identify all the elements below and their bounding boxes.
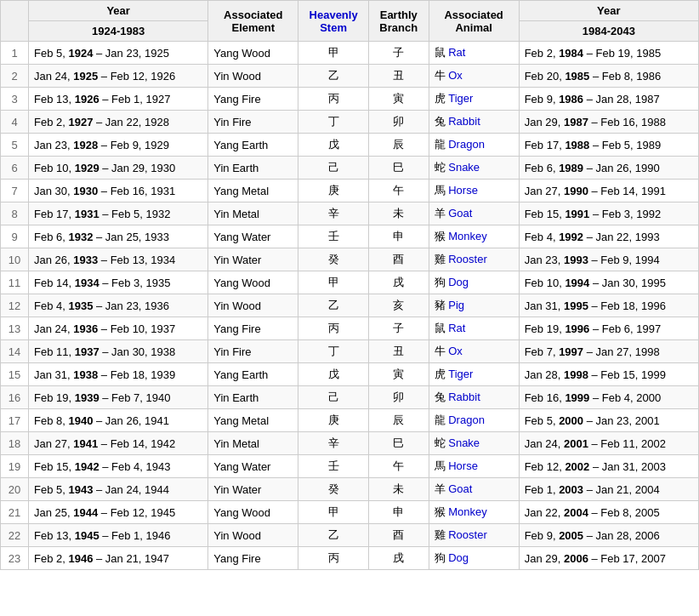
element-col: Yang Wood: [208, 42, 298, 65]
animal-link[interactable]: Goat: [448, 482, 472, 495]
header-heavenly: HeavenlyStem: [298, 1, 369, 42]
chinese-calendar-table: Year AssociatedElement HeavenlyStem Eart…: [0, 0, 699, 570]
animal-col: 兔 Rabbit: [429, 386, 519, 409]
animal-link[interactable]: Rat: [448, 46, 465, 59]
element-col: Yin Metal: [208, 432, 298, 455]
year-1924-col: Feb 11, 1937 – Jan 30, 1938: [28, 340, 207, 363]
animal-link[interactable]: Rabbit: [448, 115, 480, 128]
heavenly-stem-col: 甲: [298, 271, 369, 294]
animal-link[interactable]: Rooster: [448, 528, 487, 541]
year-1984-col: Jan 24, 2001 – Feb 11, 2002: [519, 432, 698, 455]
year-1984-col: Feb 15, 1991 – Feb 3, 1992: [519, 202, 698, 225]
row-number: 3: [1, 88, 29, 111]
element-col: Yin Fire: [208, 111, 298, 134]
element-col: Yin Wood: [208, 524, 298, 547]
table-row: 4Feb 2, 1927 – Jan 22, 1928Yin Fire丁卯兔 R…: [1, 111, 699, 134]
animal-link[interactable]: Ox: [448, 69, 463, 82]
animal-col: 狗 Dog: [429, 547, 519, 570]
animal-link[interactable]: Horse: [448, 184, 478, 197]
element-col: Yin Wood: [208, 294, 298, 317]
element-col: Yin Earth: [208, 386, 298, 409]
row-number: 11: [1, 271, 29, 294]
row-number: 7: [1, 180, 29, 202]
earthly-branch-col: 卯: [368, 386, 429, 409]
year-1924-col: Jan 24, 1936 – Feb 10, 1937: [28, 317, 207, 340]
element-col: Yin Fire: [208, 340, 298, 363]
animal-link[interactable]: Tiger: [448, 368, 473, 380]
header-year-1984: Year: [519, 1, 698, 21]
animal-col: 蛇 Snake: [429, 157, 519, 180]
animal-link[interactable]: Goat: [448, 207, 472, 220]
year-1924-col: Jan 30, 1930 – Feb 16, 1931: [28, 180, 207, 202]
animal-col: 羊 Goat: [429, 478, 519, 501]
year-1984-col: Feb 9, 2005 – Jan 28, 2006: [519, 524, 698, 547]
animal-link[interactable]: Snake: [448, 161, 480, 174]
animal-link[interactable]: Tiger: [448, 92, 473, 105]
row-number: 17: [1, 409, 29, 432]
animal-link[interactable]: Dog: [448, 551, 469, 564]
year-1984-col: Feb 7, 1997 – Jan 27, 1998: [519, 340, 698, 363]
table-row: 21Jan 25, 1944 – Feb 12, 1945Yang Wood甲申…: [1, 501, 699, 524]
animal-col: 狗 Dog: [429, 271, 519, 294]
animal-link[interactable]: Dragon: [448, 414, 485, 426]
animal-col: 龍 Dragon: [429, 134, 519, 157]
earthly-branch-col: 申: [368, 501, 429, 524]
earthly-branch-col: 子: [368, 317, 429, 340]
header-animal: AssociatedAnimal: [429, 1, 519, 42]
row-number: 9: [1, 225, 29, 248]
row-number: 10: [1, 248, 29, 271]
animal-link[interactable]: Horse: [448, 459, 478, 472]
earthly-branch-col: 戌: [368, 271, 429, 294]
year-1924-col: Jan 26, 1933 – Feb 13, 1934: [28, 248, 207, 271]
heavenly-stem-col: 戊: [298, 134, 369, 157]
heavenly-stem-col: 丁: [298, 340, 369, 363]
row-number: 19: [1, 455, 29, 478]
row-number: 5: [1, 134, 29, 157]
row-number: 14: [1, 340, 29, 363]
year-1984-col: Jan 29, 1987 – Feb 16, 1988: [519, 111, 698, 134]
year-1984-col: Jan 31, 1995 – Feb 18, 1996: [519, 294, 698, 317]
animal-col: 豬 Pig: [429, 294, 519, 317]
earthly-branch-col: 卯: [368, 111, 429, 134]
header-element: AssociatedElement: [208, 1, 298, 42]
animal-link[interactable]: Dog: [448, 276, 469, 288]
year-1924-col: Feb 5, 1943 – Jan 24, 1944: [28, 478, 207, 501]
table-row: 11Feb 14, 1934 – Feb 3, 1935Yang Wood甲戌狗…: [1, 271, 699, 294]
element-col: Yang Water: [208, 225, 298, 248]
earthly-branch-col: 申: [368, 225, 429, 248]
table-row: 14Feb 11, 1937 – Jan 30, 1938Yin Fire丁丑牛…: [1, 340, 699, 363]
row-number: 1: [1, 42, 29, 65]
year-1984-col: Feb 19, 1996 – Feb 6, 1997: [519, 317, 698, 340]
table-row: 3Feb 13, 1926 – Feb 1, 1927Yang Fire丙寅虎 …: [1, 88, 699, 111]
year-1984-col: Feb 16, 1999 – Feb 4, 2000: [519, 386, 698, 409]
row-number: 13: [1, 317, 29, 340]
year-1924-col: Jan 27, 1941 – Feb 14, 1942: [28, 432, 207, 455]
header-row-1: Year AssociatedElement HeavenlyStem Eart…: [1, 1, 699, 21]
animal-link[interactable]: Dragon: [448, 138, 485, 151]
animal-link[interactable]: Snake: [448, 436, 480, 449]
row-number: 4: [1, 111, 29, 134]
year-1924-col: Feb 2, 1927 – Jan 22, 1928: [28, 111, 207, 134]
earthly-branch-col: 午: [368, 180, 429, 202]
animal-link[interactable]: Pig: [448, 299, 464, 311]
table-row: 18Jan 27, 1941 – Feb 14, 1942Yin Metal辛巳…: [1, 432, 699, 455]
animal-col: 虎 Tiger: [429, 88, 519, 111]
earthly-branch-col: 戌: [368, 547, 429, 570]
table-row: 9Feb 6, 1932 – Jan 25, 1933Yang Water壬申猴…: [1, 225, 699, 248]
year-1984-col: Feb 10, 1994 – Jan 30, 1995: [519, 271, 698, 294]
animal-link[interactable]: Rat: [448, 322, 465, 334]
table-row: 8Feb 17, 1931 – Feb 5, 1932Yin Metal辛未羊 …: [1, 202, 699, 225]
animal-link[interactable]: Rooster: [448, 253, 487, 265]
animal-link[interactable]: Ox: [448, 345, 463, 357]
animal-link[interactable]: Monkey: [448, 505, 487, 518]
heavenly-stem-col: 癸: [298, 478, 369, 501]
year-1984-col: Feb 12, 2002 – Jan 31, 2003: [519, 455, 698, 478]
heavenly-stem-col: 庚: [298, 409, 369, 432]
animal-link[interactable]: Rabbit: [448, 391, 480, 403]
year-1984-col: Feb 9, 1986 – Jan 28, 1987: [519, 88, 698, 111]
year-1924-col: Jan 31, 1938 – Feb 18, 1939: [28, 363, 207, 386]
heavenly-stem-col: 癸: [298, 248, 369, 271]
year-1984-col: Jan 22, 2004 – Feb 8, 2005: [519, 501, 698, 524]
animal-link[interactable]: Monkey: [448, 230, 487, 242]
year-1924-col: Feb 17, 1931 – Feb 5, 1932: [28, 202, 207, 225]
